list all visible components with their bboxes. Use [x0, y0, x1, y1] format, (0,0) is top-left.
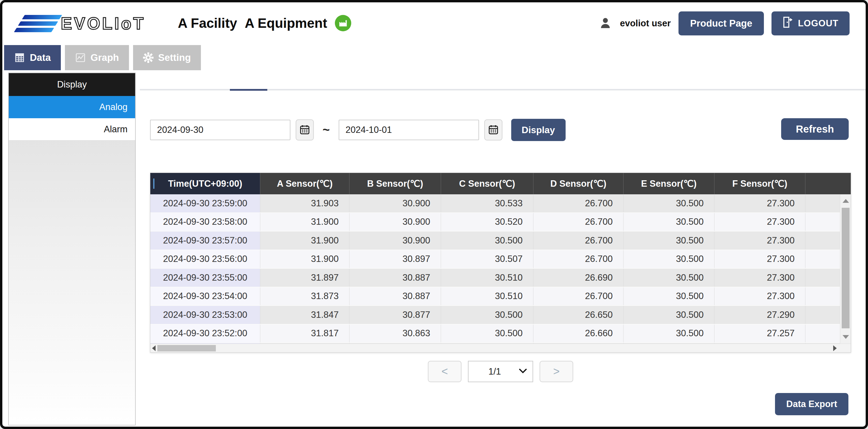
empty-cell: [805, 287, 840, 306]
date-filter-row: ~ Display: [150, 119, 566, 141]
table-row[interactable]: 2024-09-30 23:56:0031.90030.89730.50726.…: [150, 250, 840, 269]
horizontal-scrollbar-thumb[interactable]: [157, 345, 216, 351]
time-cell: 2024-09-30 23:56:00: [150, 250, 260, 268]
sensor-value-cell: 31.900: [260, 213, 349, 231]
scroll-down-icon[interactable]: [842, 335, 849, 339]
column-header-label: E Sensor(℃): [641, 178, 696, 189]
prev-page-button[interactable]: <: [428, 361, 462, 382]
column-header-label: B Sensor(℃): [367, 178, 423, 189]
sensor-value-cell: 26.650: [533, 306, 623, 324]
column-header-f-sensor[interactable]: F Sensor(℃): [714, 173, 805, 194]
table-body: 2024-09-30 23:59:0031.90330.90030.53326.…: [150, 194, 851, 344]
sensor-value-cell: 30.500: [623, 269, 714, 287]
data-export-button[interactable]: Data Export: [775, 393, 848, 415]
column-header-label: C Sensor(℃): [459, 178, 515, 189]
refresh-button[interactable]: Refresh: [781, 118, 849, 140]
time-cell: 2024-09-30 23:52:00: [150, 324, 260, 343]
tab-label: Data: [30, 52, 51, 63]
sidebar-item-analog[interactable]: Analog: [9, 96, 135, 118]
sensor-value-cell: 26.700: [533, 213, 623, 231]
table-row[interactable]: 2024-09-30 23:52:0031.81730.86330.50026.…: [150, 324, 840, 343]
empty-cell: [805, 269, 840, 287]
table-row[interactable]: 2024-09-30 23:55:0031.89730.88730.51026.…: [150, 269, 840, 287]
sensor-value-cell: 30.887: [349, 269, 441, 287]
table-row[interactable]: 2024-09-30 23:59:0031.90330.90030.53326.…: [150, 194, 840, 213]
sensor-value-cell: 27.300: [714, 250, 805, 268]
sensor-value-cell: 30.900: [349, 213, 441, 231]
column-header-a-sensor[interactable]: A Sensor(℃): [260, 173, 349, 194]
sensor-value-cell: 30.500: [441, 306, 533, 324]
page-indicator: 1/1: [468, 366, 519, 377]
column-header-time[interactable]: Time(UTC+09:00): [150, 173, 260, 194]
column-header-label: Time(UTC+09:00): [168, 178, 243, 189]
sensor-value-cell: 30.510: [441, 269, 533, 287]
sensor-value-cell: 30.500: [623, 231, 714, 250]
sensor-value-cell: 26.700: [533, 194, 623, 212]
sensor-value-cell: 30.500: [623, 250, 714, 268]
empty-cell: [805, 231, 840, 250]
time-column-marker: [153, 178, 154, 189]
sensor-data-table: Time(UTC+09:00)A Sensor(℃)B Sensor(℃)C S…: [150, 173, 851, 353]
sensor-value-cell: 31.873: [260, 287, 349, 306]
page-select[interactable]: 1/1: [468, 361, 533, 382]
product-page-button[interactable]: Product Page: [679, 11, 764, 35]
sensor-value-cell: 30.877: [349, 306, 441, 324]
vertical-scrollbar[interactable]: [840, 194, 851, 344]
table-row[interactable]: 2024-09-30 23:53:0031.84730.87730.50026.…: [150, 306, 840, 324]
sensor-value-cell: 30.500: [623, 194, 714, 212]
table-row[interactable]: 2024-09-30 23:54:0031.87330.88730.51026.…: [150, 287, 840, 306]
date-range-separator: ~: [322, 123, 330, 137]
column-header-e-sensor[interactable]: E Sensor(℃): [623, 173, 714, 194]
sensor-value-cell: 30.500: [441, 324, 533, 343]
sensor-value-cell: 27.300: [714, 194, 805, 212]
end-date-input[interactable]: [339, 120, 479, 140]
scroll-up-icon[interactable]: [842, 199, 849, 203]
next-page-button[interactable]: >: [539, 361, 573, 382]
scroll-right-icon[interactable]: [833, 345, 837, 351]
time-cell: 2024-09-30 23:58:00: [150, 213, 260, 231]
sensor-value-cell: 26.700: [533, 231, 623, 250]
time-cell: 2024-09-30 23:57:00: [150, 231, 260, 250]
logo-text: EVOLIoT: [61, 14, 146, 33]
user-avatar-icon: [598, 16, 612, 31]
sensor-value-cell: 30.507: [441, 250, 533, 268]
table-row[interactable]: 2024-09-30 23:57:0031.90030.90030.50026.…: [150, 231, 840, 250]
sensor-value-cell: 26.690: [533, 269, 623, 287]
sensor-value-cell: 30.900: [349, 231, 441, 250]
start-date-calendar-button[interactable]: [296, 119, 314, 140]
vertical-scrollbar-thumb[interactable]: [842, 208, 849, 328]
sidebar-header: Display: [9, 73, 135, 96]
logo-stripes-icon: [14, 15, 62, 32]
tab-graph[interactable]: Graph: [65, 45, 129, 70]
sensor-value-cell: 26.660: [533, 324, 623, 343]
empty-cell: [805, 306, 840, 324]
sensor-value-cell: 26.700: [533, 287, 623, 306]
sensor-value-cell: 27.300: [714, 287, 805, 306]
logout-button[interactable]: LOGOUT: [772, 11, 849, 35]
column-header-label: D Sensor(℃): [550, 178, 607, 189]
empty-cell: [805, 213, 840, 231]
column-header-d-sensor[interactable]: D Sensor(℃): [533, 173, 623, 194]
time-cell: 2024-09-30 23:59:00: [150, 194, 260, 212]
column-header-label: F Sensor(℃): [732, 178, 787, 189]
empty-cell: [805, 250, 840, 268]
display-button[interactable]: Display: [511, 119, 566, 141]
sidebar-item-alarm[interactable]: Alarm: [9, 118, 135, 140]
sensor-value-cell: 27.300: [714, 213, 805, 231]
factory-icon: [335, 15, 351, 31]
tab-setting[interactable]: Setting: [133, 45, 201, 70]
user-name: evoliot user: [620, 18, 671, 29]
time-cell: 2024-09-30 23:53:00: [150, 306, 260, 324]
column-header-c-sensor[interactable]: C Sensor(℃): [441, 173, 533, 194]
sensor-value-cell: 27.290: [714, 306, 805, 324]
chart-icon: [75, 52, 86, 63]
tab-data[interactable]: Data: [4, 45, 61, 70]
end-date-calendar-button[interactable]: [484, 119, 502, 140]
column-header-b-sensor[interactable]: B Sensor(℃): [349, 173, 441, 194]
tab-label: Setting: [158, 52, 191, 63]
sensor-value-cell: 31.817: [260, 324, 349, 343]
table-row[interactable]: 2024-09-30 23:58:0031.90030.90030.52026.…: [150, 213, 840, 232]
start-date-input[interactable]: [150, 120, 290, 140]
scroll-left-icon[interactable]: [152, 345, 156, 351]
horizontal-scrollbar[interactable]: [150, 344, 851, 352]
